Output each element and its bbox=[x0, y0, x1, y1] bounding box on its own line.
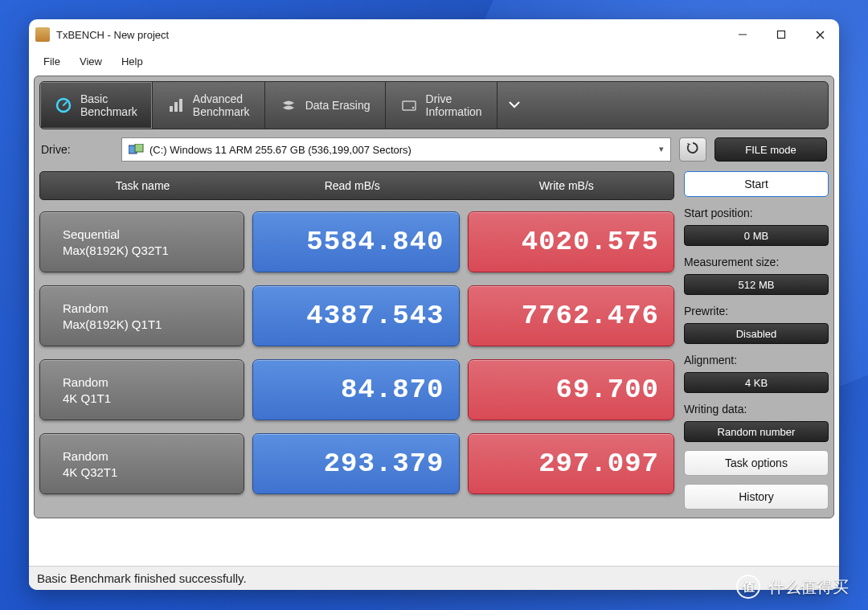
prewrite-label: Prewrite: bbox=[684, 305, 829, 317]
close-button[interactable] bbox=[800, 19, 839, 50]
minimize-button[interactable] bbox=[723, 19, 762, 50]
tab-basic-benchmark[interactable]: BasicBenchmark bbox=[40, 82, 153, 129]
write-value: 7762.476 bbox=[468, 285, 675, 346]
gauge-icon bbox=[55, 96, 72, 114]
erase-icon bbox=[280, 96, 297, 114]
svg-rect-9 bbox=[403, 101, 416, 110]
svg-rect-1 bbox=[778, 31, 785, 39]
drive-value: (C:) Windows 11 ARM 255.67 GB (536,199,0… bbox=[149, 144, 411, 156]
drive-row: Drive: (C:) Windows 11 ARM 255.67 GB (53… bbox=[41, 137, 827, 162]
watermark-icon: 值 bbox=[736, 575, 760, 599]
drive-icon bbox=[400, 96, 418, 114]
result-row: Random4K Q1T1 84.870 69.700 bbox=[39, 359, 674, 420]
task-button[interactable]: Random4K Q1T1 bbox=[39, 359, 244, 420]
svg-rect-6 bbox=[170, 106, 173, 112]
svg-rect-8 bbox=[179, 99, 182, 112]
read-value: 5584.840 bbox=[252, 211, 460, 272]
header-read: Read mB/s bbox=[245, 172, 460, 199]
tab-drive-information[interactable]: DriveInformation bbox=[386, 82, 497, 129]
writing-data-value[interactable]: Random number bbox=[684, 421, 829, 442]
result-row: SequentialMax(8192K) Q32T1 5584.840 4020… bbox=[39, 211, 674, 272]
window-title: TxBENCH - New project bbox=[56, 29, 169, 41]
tab-data-erasing[interactable]: Data Erasing bbox=[265, 82, 386, 129]
refresh-icon bbox=[686, 141, 700, 158]
writing-data-label: Writing data: bbox=[684, 403, 829, 416]
svg-rect-7 bbox=[174, 102, 178, 112]
task-button[interactable]: SequentialMax(8192K) Q32T1 bbox=[39, 211, 244, 272]
read-value: 293.379 bbox=[252, 433, 460, 494]
tab-advanced-benchmark[interactable]: AdvancedBenchmark bbox=[153, 82, 265, 129]
drive-label: Drive: bbox=[41, 143, 113, 156]
history-button[interactable]: History bbox=[684, 484, 829, 510]
chevron-down-icon bbox=[509, 99, 520, 112]
titlebar: TxBENCH - New project bbox=[29, 19, 839, 50]
prewrite-value[interactable]: Disabled bbox=[684, 323, 829, 344]
menu-file[interactable]: File bbox=[34, 53, 70, 70]
tab-more[interactable] bbox=[497, 82, 531, 129]
start-position-label: Start position: bbox=[684, 207, 829, 219]
task-button[interactable]: RandomMax(8192K) Q1T1 bbox=[39, 285, 244, 346]
header-task: Task name bbox=[40, 172, 245, 199]
read-value: 84.870 bbox=[252, 359, 460, 420]
menu-view[interactable]: View bbox=[70, 53, 112, 70]
disk-icon bbox=[129, 144, 143, 155]
maximize-button[interactable] bbox=[762, 19, 800, 50]
read-value: 4387.543 bbox=[252, 285, 460, 346]
alignment-value[interactable]: 4 KB bbox=[684, 372, 829, 393]
status-text: Basic Benchmark finished successfully. bbox=[37, 571, 247, 585]
task-options-button[interactable]: Task options bbox=[684, 450, 829, 476]
tab-strip: BasicBenchmark AdvancedBenchmark Data Er… bbox=[39, 81, 829, 129]
bars-icon bbox=[167, 96, 185, 114]
task-button[interactable]: Random4K Q32T1 bbox=[39, 433, 244, 494]
status-bar: Basic Benchmark finished successfully. bbox=[29, 566, 839, 590]
measurement-size-label: Measurement size: bbox=[684, 256, 829, 268]
start-button[interactable]: Start bbox=[684, 171, 829, 197]
chevron-down-icon: ▾ bbox=[659, 144, 664, 154]
menu-help[interactable]: Help bbox=[112, 53, 153, 70]
results-header: Task name Read mB/s Write mB/s bbox=[39, 171, 674, 200]
app-window: TxBENCH - New project File View Help Bas… bbox=[29, 19, 839, 590]
menubar: File View Help bbox=[29, 50, 839, 72]
app-icon bbox=[35, 27, 50, 42]
refresh-button[interactable] bbox=[679, 137, 706, 162]
main-panel: BasicBenchmark AdvancedBenchmark Data Er… bbox=[34, 76, 834, 518]
measurement-size-value[interactable]: 512 MB bbox=[684, 274, 829, 295]
alignment-label: Alignment: bbox=[684, 354, 829, 366]
svg-point-10 bbox=[411, 107, 414, 109]
write-value: 4020.575 bbox=[468, 211, 675, 272]
result-row: RandomMax(8192K) Q1T1 4387.543 7762.476 bbox=[39, 285, 674, 346]
header-write: Write mB/s bbox=[460, 172, 674, 199]
write-value: 69.700 bbox=[468, 359, 675, 420]
svg-line-5 bbox=[63, 102, 67, 105]
result-row: Random4K Q32T1 293.379 297.097 bbox=[39, 433, 674, 494]
sidebar: Start Start position: 0 MB Measurement s… bbox=[684, 171, 829, 510]
start-position-value[interactable]: 0 MB bbox=[684, 225, 829, 246]
watermark: 值 什么值得买 bbox=[736, 575, 849, 599]
results-panel: Task name Read mB/s Write mB/s Sequentia… bbox=[39, 171, 674, 510]
svg-rect-12 bbox=[135, 144, 143, 152]
mode-button[interactable]: FILE mode bbox=[714, 137, 827, 162]
drive-select[interactable]: (C:) Windows 11 ARM 255.67 GB (536,199,0… bbox=[121, 137, 671, 162]
write-value: 297.097 bbox=[468, 433, 675, 494]
